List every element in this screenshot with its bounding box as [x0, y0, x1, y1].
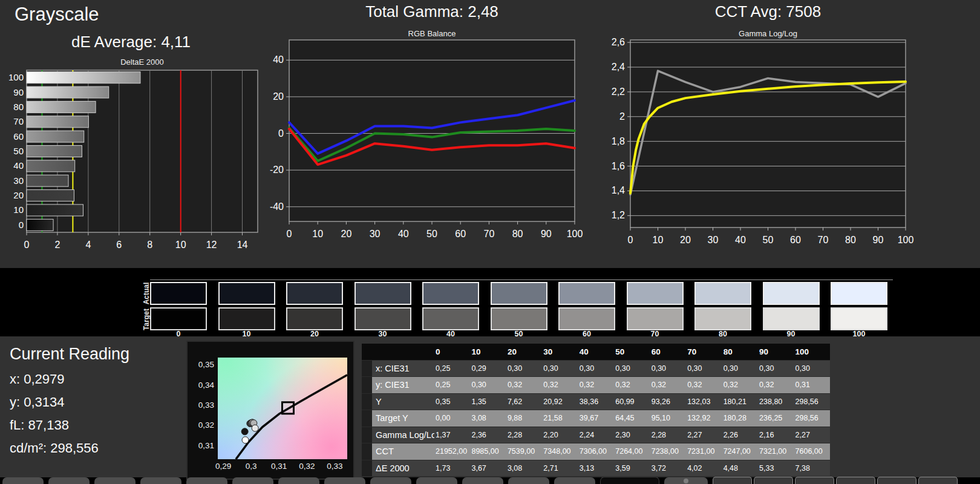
table-cell: 7231,00: [686, 447, 722, 456]
bottom-tab-11[interactable]: [508, 477, 549, 484]
bottom-tab-5[interactable]: [232, 477, 273, 484]
cie-x-tick-label: 0,29: [210, 462, 237, 471]
x-tick-label: 0: [287, 229, 292, 239]
bottom-tab-2[interactable]: [94, 477, 136, 484]
bottom-tab-12[interactable]: [554, 477, 595, 484]
bottom-tab-4[interactable]: [186, 477, 227, 484]
cie-x-tick-label: 0,3: [238, 462, 264, 471]
bottom-tab-14[interactable]: [664, 477, 708, 484]
y-tick-label: -40: [270, 201, 284, 212]
swatch-actual-40: [422, 282, 479, 305]
deltae-bar-100: [27, 72, 140, 83]
bottom-tab-7[interactable]: [324, 477, 365, 484]
reading-cdm2: cd/m²: 298,556: [10, 440, 99, 456]
reading-fl: fL: 87,138: [10, 417, 69, 433]
rgb-balance-chart: 40200-20-400102030405060708090100: [260, 35, 587, 247]
swatch-target-90: [763, 307, 820, 330]
table-column-header: 80: [722, 347, 758, 356]
table-cell: 7264,00: [614, 447, 650, 456]
table-cell: 4,02: [686, 464, 722, 473]
table-cell: 3,08: [506, 464, 542, 473]
table-header-row: 0102030405060708090100: [362, 344, 830, 361]
y-tick-label: 20: [273, 91, 284, 102]
swatch-actual-30: [354, 282, 411, 305]
table-cell: 0,30: [722, 364, 758, 373]
table-cell: 2,36: [470, 431, 506, 439]
bottom-tab-10[interactable]: [462, 477, 503, 484]
y-tick-label: 0: [278, 128, 284, 139]
x-tick-label: 80: [845, 235, 856, 245]
table-cell: 0,30: [506, 364, 542, 373]
deltae-bar-0: [27, 219, 53, 231]
swatch-actual-10: [218, 282, 275, 305]
table-cell: 3,08: [470, 414, 506, 422]
cie-diagram-panel: 0,350,340,330,320,31 0,290,30,310,320,33: [186, 341, 354, 480]
y-tick-label: 1,6: [612, 161, 625, 171]
table-cell: 180,21: [722, 397, 758, 406]
table-edge-cell: [362, 361, 372, 377]
table-cell: 1,35: [470, 397, 506, 406]
table-cell: 2,28: [506, 431, 542, 439]
table-cell: 2,27: [686, 431, 722, 439]
table-cell: 4,48: [722, 464, 758, 473]
table-cell: 21952,00: [434, 447, 470, 456]
table-row-target-y: Target Y0,003,089,8821,5839,6764,4595,10…: [362, 410, 830, 427]
swatch-actual-60: [558, 282, 615, 305]
x-tick-label: 50: [763, 235, 774, 245]
table-column-header: 10: [470, 347, 506, 356]
bottom-tab-15[interactable]: [713, 477, 752, 484]
bottom-tab-16[interactable]: [754, 477, 793, 484]
table-cell: 95,10: [650, 414, 686, 422]
x-tick-label: 30: [708, 235, 719, 245]
bottom-tab-1[interactable]: [48, 477, 90, 484]
x-tick-label: 10: [653, 235, 664, 245]
cie-y-tick-label: 0,35: [188, 360, 214, 369]
total-gamma-value: Total Gamma: 2,48: [289, 2, 575, 21]
swatch-target-50: [491, 307, 547, 330]
table-cell: 2,27: [794, 431, 830, 439]
bottom-tab-3[interactable]: [140, 477, 181, 484]
bar-category-label: 10: [13, 204, 24, 215]
x-tick-label: 8: [147, 240, 152, 250]
table-cell: 3,72: [650, 464, 686, 473]
bottom-tab-20[interactable]: [918, 477, 958, 484]
table-row-gamma-log-log: Gamma Log/Log1,372,362,282,202,242,302,2…: [362, 427, 830, 444]
table-edge-cell: [362, 377, 372, 393]
table-edge-cell: [362, 427, 372, 443]
x-tick-label: 60: [790, 235, 801, 245]
bottom-tab-9[interactable]: [416, 477, 457, 484]
y-tick-label: 2,6: [612, 37, 625, 47]
table-row-label: CCT: [372, 446, 434, 456]
table-cell: 0,32: [578, 381, 614, 389]
table-column-header: 50: [614, 347, 650, 356]
table-cell: 0,32: [506, 381, 542, 389]
x-tick-label: 14: [237, 240, 248, 250]
reading-y: y: 0,3134: [10, 394, 65, 410]
deltae-bar-70: [27, 116, 88, 128]
bottom-tab-13[interactable]: [600, 477, 659, 484]
deltae-bar-60: [27, 131, 84, 142]
deltae-bar-90: [27, 87, 109, 98]
bottom-tab-18[interactable]: [836, 477, 875, 484]
table-cell: 7247,00: [722, 447, 758, 456]
table-cell: 132,92: [686, 414, 722, 422]
y-tick-label: 40: [273, 54, 284, 65]
table-row-label: Target Y: [372, 413, 434, 423]
bar-category-label: 60: [13, 131, 24, 142]
swatch-actual-80: [694, 282, 751, 305]
table-row-x-cie31: x: CIE310,250,290,300,300,300,300,300,30…: [362, 361, 830, 378]
bottom-tab-19[interactable]: [877, 477, 916, 484]
table-cell: 7238,00: [650, 447, 686, 456]
reading-x: x: 0,2979: [10, 371, 65, 387]
table-cell: 3,59: [614, 464, 650, 473]
bottom-tab-8[interactable]: [370, 477, 411, 484]
bottom-tab-17[interactable]: [795, 477, 834, 484]
table-cell: 0,32: [650, 381, 686, 389]
bottom-tab-0[interactable]: [2, 477, 44, 484]
table-cell: 0,32: [686, 381, 722, 389]
table-cell: 20,92: [542, 397, 578, 406]
cie-chromaticity-plot: [218, 358, 347, 459]
table-cell: 2,24: [578, 431, 614, 439]
bottom-tab-6[interactable]: [278, 477, 319, 484]
table-edge-cell: [362, 443, 372, 460]
